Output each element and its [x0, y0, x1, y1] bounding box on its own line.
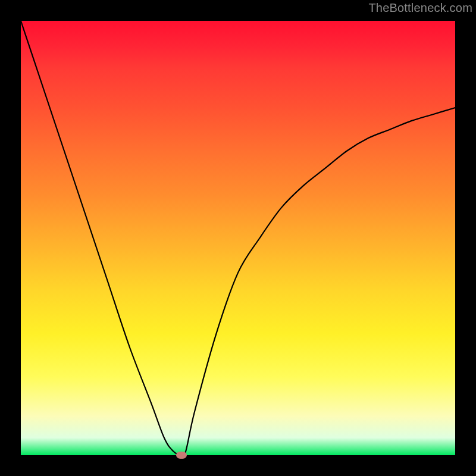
chart-frame: TheBottleneck.com	[0, 0, 476, 476]
bottleneck-curve-path	[21, 21, 455, 455]
attribution-label: TheBottleneck.com	[368, 1, 472, 15]
bottleneck-curve-svg	[21, 21, 455, 455]
optimal-point-marker	[176, 452, 187, 459]
plot-area	[21, 21, 455, 455]
